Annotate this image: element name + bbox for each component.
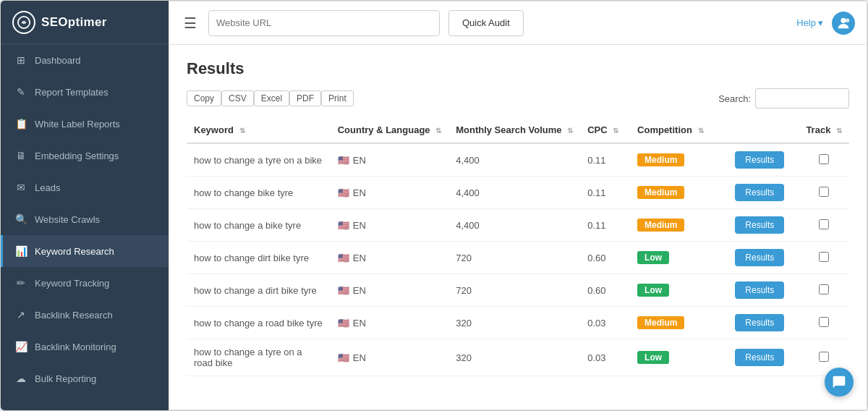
page-title: Results <box>187 59 849 78</box>
sidebar-item-dashboard[interactable]: ⊞ Dashboard <box>1 44 169 76</box>
cell-results-btn: Results <box>728 143 799 177</box>
table-row: how to change a road bike tyre 🇺🇸 EN 320… <box>187 307 849 339</box>
track-checkbox[interactable] <box>819 187 829 197</box>
cell-results-btn: Results <box>728 274 799 307</box>
results-button[interactable]: Results <box>735 216 784 234</box>
results-table: Keyword ⇅ Country & Language ⇅ Monthly S… <box>187 117 849 376</box>
dashboard-icon: ⊞ <box>14 54 27 67</box>
cell-track <box>799 274 849 307</box>
toolbar-btn-print[interactable]: Print <box>321 90 354 106</box>
cell-country: 🇺🇸 EN <box>331 177 448 209</box>
competition-badge: Low <box>637 351 669 364</box>
track-checkbox[interactable] <box>819 219 829 229</box>
table-row: how to change a dirt bike tyre 🇺🇸 EN 720… <box>187 274 849 307</box>
sidebar-item-report-templates[interactable]: ✎ Report Templates <box>1 76 169 108</box>
toolbar-btn-copy[interactable]: Copy <box>187 90 221 106</box>
logo: SEOptimer <box>1 1 169 44</box>
chat-bubble[interactable] <box>825 368 854 397</box>
cell-competition: Medium <box>630 307 728 339</box>
sidebar-item-keyword-tracking[interactable]: ✏ Keyword Tracking <box>1 267 169 299</box>
hamburger-icon[interactable]: ☰ <box>181 12 200 35</box>
keyword-tracking-icon: ✏ <box>14 276 27 289</box>
sidebar-item-bulk-reporting[interactable]: ☁ Bulk Reporting <box>1 363 169 394</box>
results-button[interactable]: Results <box>735 151 784 169</box>
flag-icon: 🇺🇸 <box>338 318 349 329</box>
sidebar-item-backlink-research[interactable]: ↗ Backlink Research <box>1 299 169 331</box>
cell-country: 🇺🇸 EN <box>331 143 448 177</box>
cell-keyword: how to change a road bike tyre <box>187 307 331 339</box>
user-avatar[interactable] <box>832 12 855 35</box>
col-header-track[interactable]: Track ⇅ <box>799 117 849 143</box>
search-input[interactable] <box>755 88 849 109</box>
table-row: how to change a tyre on a bike 🇺🇸 EN 4,4… <box>187 143 849 177</box>
results-button[interactable]: Results <box>735 349 784 366</box>
cell-cpc: 0.60 <box>580 242 630 274</box>
sidebar-item-embedding-settings[interactable]: 🖥 Embedding Settings <box>1 140 169 171</box>
competition-badge: Medium <box>637 219 684 232</box>
results-button[interactable]: Results <box>735 314 784 331</box>
col-header-results <box>728 117 799 143</box>
toolbar-btn-excel[interactable]: Excel <box>254 90 289 106</box>
sidebar-label-embedding-settings: Embedding Settings <box>35 151 119 161</box>
language-code: EN <box>353 285 366 296</box>
results-button[interactable]: Results <box>735 184 784 201</box>
cell-country: 🇺🇸 EN <box>331 339 448 376</box>
cell-cpc: 0.11 <box>580 143 630 177</box>
svg-point-2 <box>846 18 850 22</box>
cell-competition: Medium <box>630 177 728 209</box>
toolbar-btn-csv[interactable]: CSV <box>221 90 254 106</box>
cell-cpc: 0.60 <box>580 274 630 307</box>
sidebar-item-website-crawls[interactable]: 🔍 Website Crawls <box>1 203 169 235</box>
content-area: Results CopyCSVExcelPDFPrint Search: Key… <box>169 45 867 410</box>
sidebar-label-leads: Leads <box>35 182 60 193</box>
url-input[interactable] <box>208 10 440 36</box>
cell-keyword: how to change a bike tyre <box>187 209 331 242</box>
track-checkbox[interactable] <box>819 317 829 327</box>
sidebar-label-report-templates: Report Templates <box>35 87 109 98</box>
col-header-volume[interactable]: Monthly Search Volume ⇅ <box>448 117 580 143</box>
col-header-cpc[interactable]: CPC ⇅ <box>580 117 630 143</box>
backlink-monitoring-icon: 📈 <box>14 340 27 353</box>
table-row: how to change a tyre on a road bike 🇺🇸 E… <box>187 339 849 376</box>
competition-badge: Low <box>637 284 669 297</box>
sidebar: SEOptimer ⊞ Dashboard✎ Report Templates📋… <box>1 1 169 410</box>
bulk-reporting-icon: ☁ <box>14 372 27 385</box>
search-bar: Search: <box>718 88 849 109</box>
track-checkbox[interactable] <box>819 154 829 164</box>
cell-volume: 4,400 <box>448 209 580 242</box>
cell-keyword: how to change a tyre on a bike <box>187 143 331 177</box>
report-templates-icon: ✎ <box>14 85 27 98</box>
embedding-settings-icon: 🖥 <box>14 149 27 162</box>
toolbar-btn-pdf[interactable]: PDF <box>289 90 321 106</box>
results-button[interactable]: Results <box>735 281 784 299</box>
col-header-competition[interactable]: Competition ⇅ <box>630 117 728 143</box>
competition-badge: Medium <box>637 153 684 166</box>
flag-icon: 🇺🇸 <box>338 285 349 296</box>
sidebar-item-backlink-monitoring[interactable]: 📈 Backlink Monitoring <box>1 331 169 363</box>
help-button[interactable]: Help ▾ <box>796 17 823 28</box>
track-checkbox[interactable] <box>819 252 829 262</box>
main-content: ☰ Quick Audit Help ▾ Results CopyCSVExce <box>169 1 867 410</box>
sidebar-label-keyword-research: Keyword Research <box>35 246 114 257</box>
results-button[interactable]: Results <box>735 249 784 266</box>
language-code: EN <box>353 253 366 263</box>
sidebar-item-leads[interactable]: ✉ Leads <box>1 171 169 203</box>
sidebar-item-keyword-research[interactable]: 📊 Keyword Research <box>1 235 169 267</box>
cell-keyword: how to change a dirt bike tyre <box>187 274 331 307</box>
cell-track <box>799 242 849 274</box>
table-row: how to change a bike tyre 🇺🇸 EN 4,400 0.… <box>187 209 849 242</box>
col-header-country[interactable]: Country & Language ⇅ <box>331 117 448 143</box>
flag-icon: 🇺🇸 <box>338 253 349 263</box>
track-checkbox[interactable] <box>819 352 829 362</box>
cell-keyword: how to change dirt bike tyre <box>187 242 331 274</box>
col-header-keyword[interactable]: Keyword ⇅ <box>187 117 331 143</box>
cell-country: 🇺🇸 EN <box>331 209 448 242</box>
cell-country: 🇺🇸 EN <box>331 274 448 307</box>
cell-results-btn: Results <box>728 307 799 339</box>
sidebar-item-white-label-reports[interactable]: 📋 White Label Reports <box>1 108 169 140</box>
competition-badge: Low <box>637 251 669 264</box>
header: ☰ Quick Audit Help ▾ <box>169 1 867 45</box>
track-checkbox[interactable] <box>819 284 829 295</box>
quick-audit-button[interactable]: Quick Audit <box>448 10 524 36</box>
flag-icon: 🇺🇸 <box>338 352 349 363</box>
